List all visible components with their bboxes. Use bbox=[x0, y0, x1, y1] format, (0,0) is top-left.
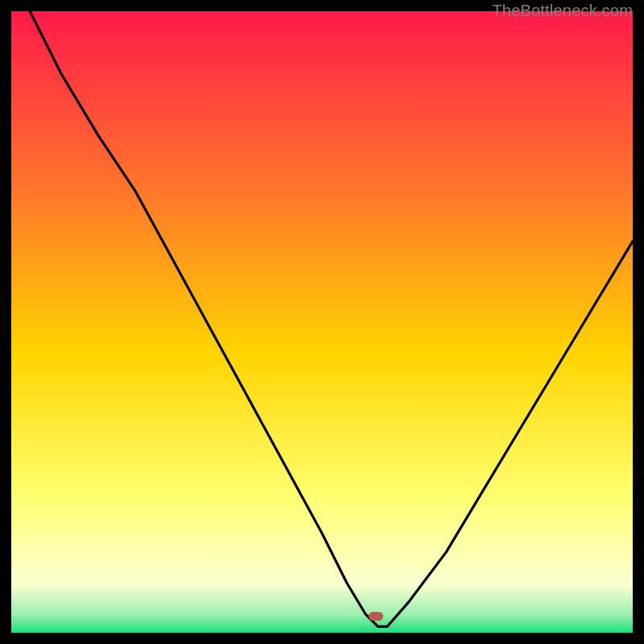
watermark-text: TheBottleneck.com bbox=[492, 2, 633, 20]
gradient-background bbox=[11, 11, 633, 633]
optimal-point-marker bbox=[369, 612, 383, 621]
bottleneck-chart bbox=[11, 11, 633, 633]
